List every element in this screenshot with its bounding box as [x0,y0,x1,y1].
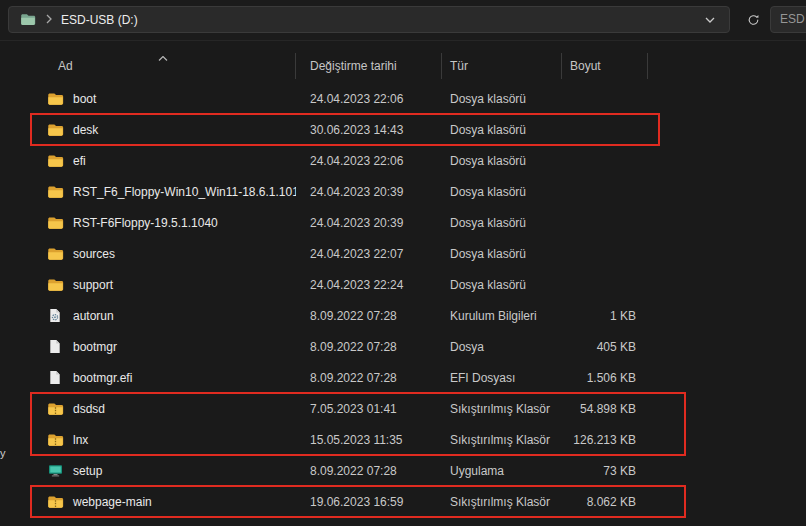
file-type: Kurulum Bilgileri [442,309,562,323]
column-header-date-label: Değiştirme tarihi [310,59,397,73]
file-name: lnx [73,433,88,447]
file-type: Dosya klasörü [442,278,562,292]
file-type: Sıkıştırılmış Klasör [442,495,562,509]
column-header-row: Ad Değiştirme tarihi Tür Boyut [30,49,806,79]
file-type: Dosya klasörü [442,216,562,230]
refresh-button[interactable] [741,8,766,32]
file-date-modified: 30.06.2023 14:43 [296,123,442,137]
location-folder-icon [19,13,37,26]
folder-icon [46,216,64,230]
sort-ascending-icon [158,50,168,64]
file-type: Dosya klasörü [442,92,562,106]
folder-icon [46,92,64,106]
file-row[interactable]: efi 24.04.2023 22:06 Dosya klasörü [30,145,806,176]
file-date-modified: 24.04.2023 22:24 [296,278,442,292]
file-type: Dosya klasörü [442,247,562,261]
file-date-modified: 24.04.2023 20:39 [296,216,442,230]
file-name: RST_F6_Floppy-Win10_Win11-18.6.1.1016.1 [73,185,296,199]
zip-folder-icon [46,402,64,416]
column-header-size-label: Boyut [570,59,601,73]
file-date-modified: 19.06.2023 16:59 [296,495,442,509]
folder-icon [46,154,64,168]
breadcrumb[interactable]: ESD-USB (D:) [61,13,138,27]
file-date-modified: 15.05.2023 11:35 [296,433,442,447]
file-name: sources [73,247,115,261]
file-date-modified: 24.04.2023 22:06 [296,154,442,168]
file-type: Dosya klasörü [442,154,562,168]
left-edge-text-fragment: y [0,447,6,459]
file-name: setup [73,464,102,478]
file-name: efi [73,154,86,168]
file-name: webpage-main [73,495,152,509]
file-name: support [73,278,113,292]
address-bar[interactable]: ESD-USB (D:) [8,6,730,33]
file-name: dsdsd [73,402,105,416]
explorer-toolbar: ESD-USB (D:) ESD [0,0,806,41]
file-row[interactable]: bootmgr.efi 8.09.2022 07:28 EFI Dosyası … [30,362,806,393]
file-date-modified: 8.09.2022 07:28 [296,464,442,478]
file-row[interactable]: setup 8.09.2022 07:28 Uygulama 73 KB [30,455,806,486]
file-name: boot [73,92,96,106]
file-type: EFI Dosyası [442,371,562,385]
folder-icon [46,247,64,261]
zip-folder-icon [46,495,64,509]
search-text: ESD [780,12,805,26]
column-header-size[interactable]: Boyut [562,53,648,79]
file-date-modified: 8.09.2022 07:28 [296,340,442,354]
folder-icon [46,123,64,137]
setup-info-file-icon [46,308,64,323]
file-date-modified: 8.09.2022 07:28 [296,371,442,385]
file-type: Dosya klasörü [442,185,562,199]
folder-icon [46,278,64,292]
file-name: autorun [73,309,114,323]
file-date-modified: 8.09.2022 07:28 [296,309,442,323]
file-row[interactable]: sources 24.04.2023 22:07 Dosya klasörü [30,238,806,269]
file-date-modified: 24.04.2023 22:06 [296,92,442,106]
file-size: 1.506 KB [562,371,648,385]
file-name: RST-F6Floppy-19.5.1.1040 [73,216,218,230]
zip-folder-icon [46,433,64,447]
file-row[interactable]: autorun 8.09.2022 07:28 Kurulum Bilgiler… [30,300,806,331]
file-name: bootmgr.efi [73,371,132,385]
file-size: 73 KB [562,464,648,478]
file-icon [46,370,64,385]
column-header-date[interactable]: Değiştirme tarihi [296,53,442,79]
file-row[interactable]: desk 30.06.2023 14:43 Dosya klasörü [30,114,806,145]
search-box[interactable]: ESD [770,6,806,33]
file-list: boot 24.04.2023 22:06 Dosya klasörü desk… [0,83,806,517]
file-size: 54.898 KB [562,402,648,416]
file-size: 8.062 KB [562,495,648,509]
column-header-type[interactable]: Tür [442,53,562,79]
file-row[interactable]: boot 24.04.2023 22:06 Dosya klasörü [30,83,806,114]
file-name: bootmgr [73,340,117,354]
file-type: Sıkıştırılmış Klasör [442,402,562,416]
address-dropdown-icon[interactable] [701,13,719,27]
file-date-modified: 7.05.2023 01:41 [296,402,442,416]
file-size: 405 KB [562,340,648,354]
file-row[interactable]: dsdsd 7.05.2023 01:41 Sıkıştırılmış Klas… [30,393,806,424]
file-date-modified: 24.04.2023 22:07 [296,247,442,261]
file-type: Sıkıştırılmış Klasör [442,433,562,447]
file-row[interactable]: webpage-main 19.06.2023 16:59 Sıkıştırıl… [30,486,806,517]
file-row[interactable]: support 24.04.2023 22:24 Dosya klasörü [30,269,806,300]
file-row[interactable]: bootmgr 8.09.2022 07:28 Dosya 405 KB [30,331,806,362]
file-row[interactable]: RST-F6Floppy-19.5.1.1040 24.04.2023 20:3… [30,207,806,238]
column-header-name[interactable]: Ad [30,53,296,79]
file-row[interactable]: lnx 15.05.2023 11:35 Sıkıştırılmış Klasö… [30,424,806,455]
file-row[interactable]: RST_F6_Floppy-Win10_Win11-18.6.1.1016.1 … [30,176,806,207]
file-name: desk [73,123,98,137]
file-type: Uygulama [442,464,562,478]
column-header-name-label: Ad [58,59,73,73]
folder-icon [46,185,64,199]
file-date-modified: 24.04.2023 20:39 [296,185,442,199]
file-icon [46,339,64,354]
file-type: Dosya [442,340,562,354]
column-header-type-label: Tür [450,59,468,73]
file-size: 126.213 KB [562,433,648,447]
file-type: Dosya klasörü [442,123,562,137]
file-size: 1 KB [562,309,648,323]
application-icon [46,464,64,477]
breadcrumb-chevron-icon [46,13,52,27]
